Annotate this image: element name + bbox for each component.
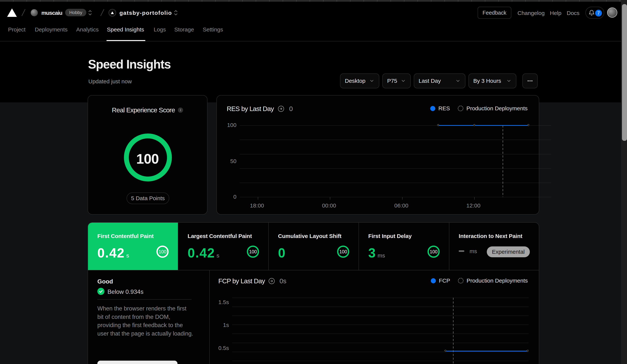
svg-text:100: 100: [158, 249, 166, 254]
svg-text:100: 100: [339, 249, 347, 254]
svg-text:100: 100: [430, 249, 438, 254]
svg-text:100: 100: [249, 249, 257, 254]
